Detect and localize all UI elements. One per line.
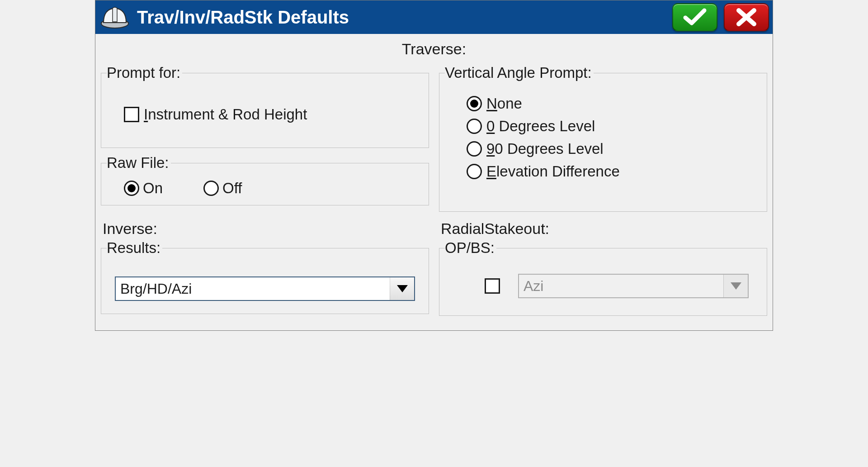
vap-0deg-radio[interactable] xyxy=(467,119,482,134)
prompt-for-group: Prompt for: Instrument & Rod Height xyxy=(101,64,429,148)
vap-none-radio[interactable] xyxy=(467,96,482,111)
raw-file-on[interactable]: On xyxy=(124,180,163,197)
opbs-checkbox[interactable] xyxy=(485,278,500,294)
results-combo-text: Brg/HD/Azi xyxy=(116,277,390,300)
dialog-body: Traverse: Prompt for: Instrument & Rod H… xyxy=(95,34,773,330)
traverse-heading: Traverse: xyxy=(101,40,767,58)
vap-elev-label: Elevation Difference xyxy=(486,163,620,180)
raw-file-on-label: On xyxy=(143,180,163,197)
opbs-legend: OP/BS: xyxy=(445,239,496,257)
vap-0deg[interactable]: 0 Degrees Level xyxy=(467,118,758,135)
ok-button[interactable] xyxy=(672,3,717,31)
results-combo[interactable]: Brg/HD/Azi xyxy=(115,276,415,301)
vap-legend: Vertical Angle Prompt: xyxy=(445,64,594,81)
instrument-rod-checkbox[interactable] xyxy=(124,107,139,122)
opbs-combo-text: Azi xyxy=(519,275,723,297)
raw-file-group: Raw File: On Off xyxy=(101,154,429,205)
raw-file-off[interactable]: Off xyxy=(203,180,242,197)
vap-none-label: None xyxy=(486,95,522,112)
vap-elev-radio[interactable] xyxy=(467,164,482,179)
cancel-button[interactable] xyxy=(724,3,769,31)
radstk-column: RadialStakeout: OP/BS: Azi xyxy=(439,214,767,322)
check-icon xyxy=(683,8,707,27)
titlebar: Trav/Inv/RadStk Defaults xyxy=(95,0,773,34)
vap-group: Vertical Angle Prompt: None 0 Degrees Le… xyxy=(439,64,767,212)
vap-90deg[interactable]: 90 Degrees Level xyxy=(467,140,758,157)
right-column: Vertical Angle Prompt: None 0 Degrees Le… xyxy=(439,64,767,212)
opbs-combo-button xyxy=(723,275,748,297)
results-combo-button[interactable] xyxy=(390,277,414,300)
instrument-rod-label: Instrument & Rod Height xyxy=(144,106,307,123)
opbs-group: OP/BS: Azi xyxy=(439,239,767,316)
radstk-heading: RadialStakeout: xyxy=(441,220,767,238)
results-legend: Results: xyxy=(107,239,162,257)
raw-file-off-label: Off xyxy=(222,180,242,197)
instrument-rod-row[interactable]: Instrument & Rod Height xyxy=(124,106,415,123)
chevron-down-icon xyxy=(397,285,408,292)
raw-file-on-radio[interactable] xyxy=(124,181,139,196)
dialog-title: Trav/Inv/RadStk Defaults xyxy=(137,7,666,28)
inverse-heading: Inverse: xyxy=(103,220,429,238)
raw-file-legend: Raw File: xyxy=(107,154,171,172)
close-icon xyxy=(734,8,759,27)
results-group: Results: Brg/HD/Azi xyxy=(101,239,429,314)
prompt-for-legend: Prompt for: xyxy=(107,64,182,81)
chevron-down-icon xyxy=(731,282,741,290)
inverse-column: Inverse: Results: Brg/HD/Azi xyxy=(101,214,429,322)
vap-elev[interactable]: Elevation Difference xyxy=(467,163,758,180)
vap-none[interactable]: None xyxy=(467,95,758,112)
vap-90deg-label: 90 Degrees Level xyxy=(486,140,604,157)
raw-file-off-radio[interactable] xyxy=(203,181,219,196)
defaults-dialog: Trav/Inv/RadStk Defaults Traverse: Promp… xyxy=(95,0,773,331)
vap-90deg-radio[interactable] xyxy=(467,141,482,157)
vap-0deg-label: 0 Degrees Level xyxy=(486,118,595,135)
left-column: Prompt for: Instrument & Rod Height Raw … xyxy=(101,64,429,212)
helmet-icon xyxy=(99,5,131,30)
opbs-combo: Azi xyxy=(518,274,749,298)
